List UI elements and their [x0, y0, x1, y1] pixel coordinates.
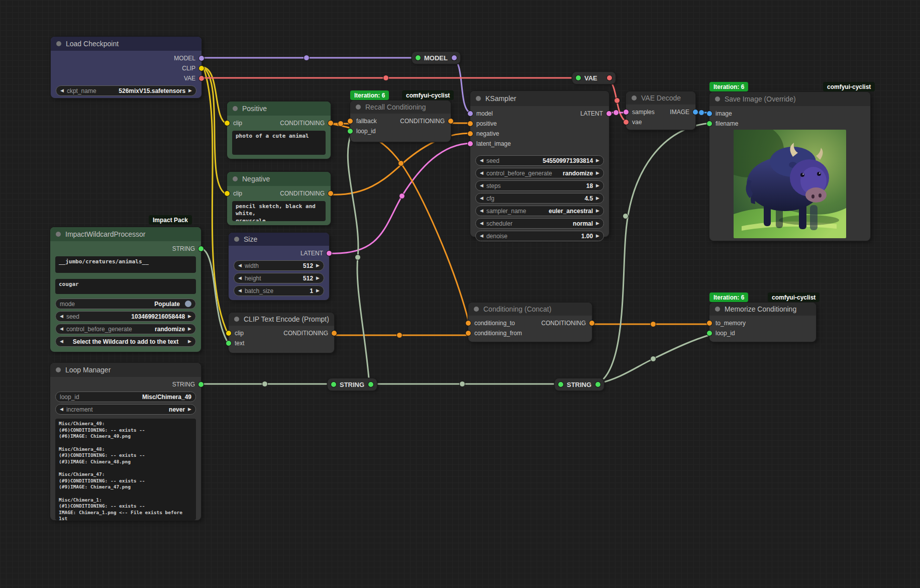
wire-dot[interactable] — [262, 381, 268, 387]
decrement-arrow-icon[interactable] — [480, 183, 483, 188]
input-slot-image[interactable] — [707, 111, 712, 116]
prompt-textarea[interactable]: photo of a cute animal — [232, 131, 326, 155]
input-slot-model[interactable] — [468, 111, 473, 116]
collapsed-input-slot-string[interactable] — [331, 382, 336, 387]
wire-dot[interactable] — [699, 110, 704, 116]
output-slot-clip[interactable] — [199, 66, 204, 71]
collapse-dot-icon[interactable] — [233, 106, 238, 111]
widget-denoise[interactable]: denoise 1.00 — [475, 231, 604, 241]
collapse-dot-icon[interactable] — [233, 176, 238, 181]
collapsed-input-dot[interactable] — [576, 75, 581, 80]
widget-control-before-generate[interactable]: control_before_generate randomize — [55, 324, 196, 334]
input-slot-conditioning-to[interactable] — [466, 321, 471, 326]
prev-arrow-icon[interactable] — [480, 171, 483, 175]
widget-height[interactable]: height 512 — [234, 273, 324, 283]
loop-log-textarea[interactable]: Misc/Chimera_49: (#6)CONDITIONING: -- ex… — [55, 419, 196, 520]
widget-seed[interactable]: seed 1034699216058448 — [55, 311, 196, 322]
node-negative[interactable]: Negative clip CONDITIONING pencil sketch… — [227, 172, 331, 225]
wire-dot[interactable] — [355, 255, 361, 260]
prev-arrow-icon[interactable] — [60, 407, 63, 412]
node-string-reroute-1[interactable]: STRING — [328, 378, 377, 390]
output-slot-conditioning[interactable] — [448, 119, 453, 124]
node-loop-manager-titlebar[interactable]: Loop Manager — [50, 363, 201, 377]
node-recall-conditioning[interactable]: Recall Conditioning fallback CONDITIONIN… — [350, 101, 451, 142]
input-slot-filename[interactable] — [707, 121, 712, 126]
output-slot-conditioning[interactable] — [332, 331, 337, 336]
collapsed-input-dot[interactable] — [416, 55, 421, 60]
increment-arrow-icon[interactable] — [596, 234, 599, 238]
next-arrow-icon[interactable] — [188, 327, 191, 331]
decrement-arrow-icon[interactable] — [60, 314, 63, 319]
node-impact-wildcard-processor[interactable]: ImpactWildcardProcessor STRING __jumbo/c… — [50, 227, 201, 352]
widget-control-before-generate[interactable]: control_before_generate randomize — [475, 168, 604, 178]
node-impact-titlebar[interactable]: ImpactWildcardProcessor — [50, 227, 201, 241]
wire-dot[interactable] — [397, 333, 402, 338]
input-slot-conditioning-from[interactable] — [466, 331, 471, 336]
widget-sampler-name[interactable]: sampler_name euler_ancestral — [475, 206, 604, 216]
node-concat-titlebar[interactable]: Conditioning (Concat) — [468, 303, 592, 316]
node-positive-titlebar[interactable]: Positive — [227, 102, 331, 116]
collapse-dot-icon[interactable] — [234, 317, 239, 322]
widget-mode[interactable]: mode Populate — [55, 299, 196, 309]
collapse-dot-icon[interactable] — [356, 105, 361, 110]
collapse-dot-icon[interactable] — [476, 96, 481, 101]
input-slot-loop-id[interactable] — [707, 331, 712, 336]
collapse-dot-icon[interactable] — [715, 96, 720, 102]
node-conditioning-concat[interactable]: Conditioning (Concat) conditioning_to CO… — [468, 303, 592, 342]
next-arrow-icon[interactable] — [596, 171, 599, 175]
input-slot-vae[interactable] — [624, 120, 629, 125]
collapsed-input-slot-string[interactable] — [558, 382, 563, 387]
prev-arrow-icon[interactable] — [480, 209, 483, 213]
output-slot-conditioning[interactable] — [328, 121, 333, 126]
node-loop-manager[interactable]: Loop Manager STRING loop_id Misc/Chimera… — [50, 363, 201, 520]
decrement-arrow-icon[interactable] — [480, 158, 483, 163]
decrement-arrow-icon[interactable] — [480, 234, 483, 238]
next-arrow-icon[interactable] — [596, 209, 599, 213]
node-vae-reroute[interactable]: VAE — [572, 72, 616, 84]
populate-toggle-icon[interactable] — [185, 301, 191, 307]
node-save-image-override[interactable]: Save Image (Override) image filename — [709, 92, 870, 241]
collapse-dot-icon[interactable] — [56, 367, 61, 372]
output-slot-latent[interactable] — [606, 111, 611, 116]
widget-loop-id[interactable]: loop_id Misc/Chimera_49 — [55, 391, 196, 402]
node-size-titlebar[interactable]: Size — [229, 233, 329, 246]
collapsed-output-slot-model[interactable] — [452, 55, 457, 60]
increment-arrow-icon[interactable] — [316, 288, 320, 293]
node-memorize-conditioning[interactable]: Memorize Conditioning to_memory loop_id — [709, 303, 816, 342]
collapsed-output-slot-vae[interactable] — [607, 75, 612, 80]
wire-dot[interactable] — [304, 55, 310, 61]
widget-batch-size[interactable]: batch_size 1 — [234, 285, 324, 296]
node-memorize-titlebar[interactable]: Memorize Conditioning — [709, 303, 816, 316]
node-model-reroute[interactable]: MODEL — [412, 52, 460, 64]
node-save-image-titlebar[interactable]: Save Image (Override) — [709, 92, 870, 106]
output-slot-image[interactable] — [693, 110, 698, 115]
widget-cfg[interactable]: cfg 4.5 — [475, 193, 604, 204]
node-vae-decode[interactable]: VAE Decode samples IMAGE vae — [626, 91, 695, 130]
node-clip-encode-titlebar[interactable]: CLIP Text Encode (Prompt) — [229, 313, 334, 326]
collapsed-output-slot-string[interactable] — [368, 382, 373, 387]
node-vae-decode-titlebar[interactable]: VAE Decode — [626, 91, 695, 105]
wire-dot[interactable] — [651, 356, 656, 362]
node-load-checkpoint-titlebar[interactable]: Load Checkpoint — [51, 37, 201, 51]
node-clip-text-encode[interactable]: CLIP Text Encode (Prompt) clip CONDITION… — [229, 313, 334, 353]
input-slot-loop-id[interactable] — [348, 129, 353, 134]
wire-dot[interactable] — [623, 214, 629, 219]
increment-arrow-icon[interactable] — [596, 196, 599, 201]
widget-seed[interactable]: seed 545509971393814 — [475, 155, 604, 166]
next-arrow-icon[interactable] — [188, 88, 192, 93]
collapsed-output-slot-string[interactable] — [595, 382, 600, 387]
increment-arrow-icon[interactable] — [596, 183, 599, 188]
wire-dot[interactable] — [383, 75, 389, 81]
widget-scheduler[interactable]: scheduler normal — [475, 218, 604, 229]
prev-arrow-icon[interactable] — [60, 339, 63, 344]
output-slot-model[interactable] — [199, 56, 204, 61]
collapse-dot-icon[interactable] — [234, 237, 239, 242]
collapse-dot-icon[interactable] — [56, 41, 61, 46]
widget-steps[interactable]: steps 18 — [475, 180, 604, 191]
wire-dot[interactable] — [460, 381, 465, 387]
wire-dot[interactable] — [614, 110, 619, 116]
output-slot-conditioning[interactable] — [328, 191, 333, 196]
node-negative-titlebar[interactable]: Negative — [227, 172, 331, 186]
input-slot-positive[interactable] — [468, 121, 473, 126]
node-string-reroute-2[interactable]: STRING — [555, 378, 604, 390]
